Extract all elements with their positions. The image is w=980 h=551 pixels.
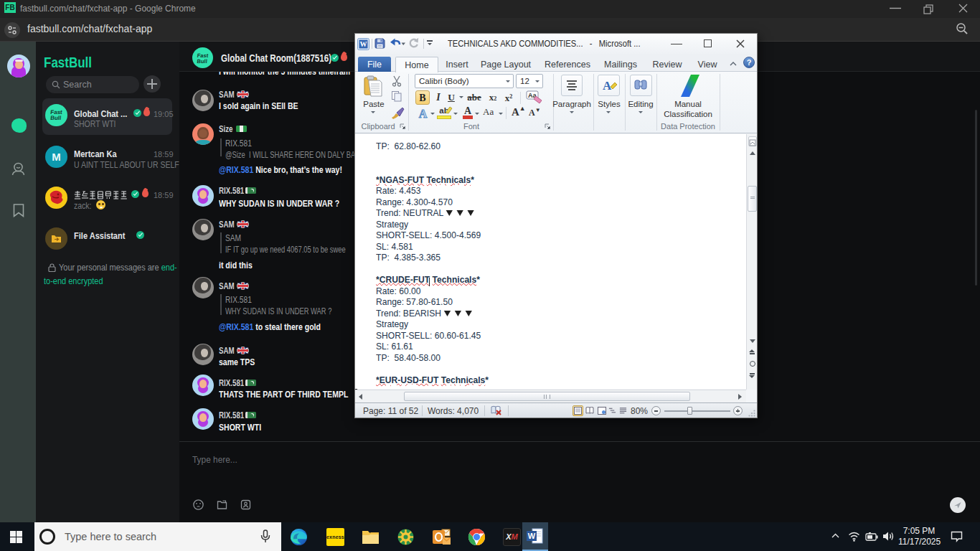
svg-text:A: A — [603, 79, 612, 93]
svg-text:W: W — [528, 532, 536, 540]
svg-text:W: W — [360, 40, 367, 48]
